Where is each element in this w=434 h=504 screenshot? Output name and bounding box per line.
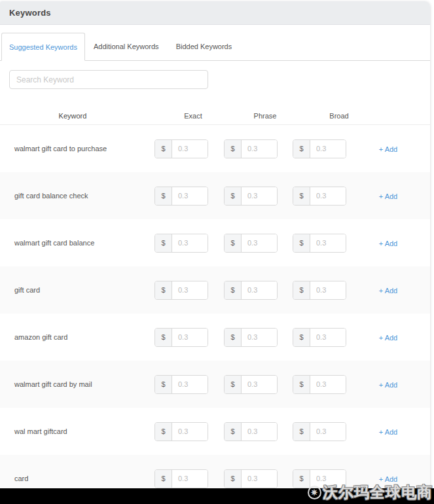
- phrase-bid-group: $: [224, 139, 278, 158]
- add-cell: + Add: [346, 237, 430, 249]
- keyword-table-body: walmart gift card to purchase $ $ $ + Ad…: [0, 125, 430, 502]
- phrase-bid-group: $: [224, 422, 278, 441]
- phrase-bid-group: $: [224, 234, 278, 253]
- broad-bid-input[interactable]: [310, 187, 346, 205]
- phrase-bid-group: $: [224, 469, 278, 488]
- add-cell: + Add: [346, 425, 430, 437]
- add-keyword-link[interactable]: + Add: [379, 381, 397, 389]
- broad-bid-group: $: [293, 281, 346, 300]
- dollar-prefix: $: [293, 376, 310, 393]
- column-header-exact: Exact: [160, 112, 220, 120]
- exact-bid-input[interactable]: [172, 187, 208, 205]
- add-keyword-link[interactable]: + Add: [379, 145, 397, 153]
- keyword-label: walmart gift card by mail: [14, 380, 154, 388]
- dollar-prefix: $: [155, 376, 172, 393]
- broad-bid-input[interactable]: [310, 234, 346, 252]
- add-cell: + Add: [346, 378, 430, 390]
- exact-bid-group: $: [154, 422, 208, 441]
- add-keyword-link[interactable]: + Add: [379, 240, 397, 247]
- tab-suggested-keywords[interactable]: Suggested Keywords: [1, 33, 85, 61]
- keyword-row: amazon gift card $ $ $ + Add: [0, 314, 430, 361]
- exact-bid-group: $: [154, 375, 208, 394]
- add-keyword-link[interactable]: + Add: [379, 334, 397, 342]
- dollar-prefix: $: [155, 423, 172, 441]
- keyword-label: walmart gift card to purchase: [14, 145, 154, 153]
- dollar-prefix: $: [155, 281, 172, 299]
- watermark-logo-icon: ✷: [308, 486, 321, 499]
- phrase-bid-input[interactable]: [242, 140, 277, 158]
- dollar-prefix: $: [225, 187, 242, 205]
- keyword-label: gift card balance check: [14, 192, 154, 200]
- table-header: Keyword Exact Phrase Broad: [0, 107, 430, 125]
- dollar-prefix: $: [225, 376, 242, 393]
- tab-additional-keywords[interactable]: Additional Keywords: [85, 33, 168, 60]
- keyword-row: walmart gift card balance $ $ $ + Add: [0, 219, 430, 266]
- exact-bid-group: $: [154, 469, 208, 488]
- exact-bid-group: $: [154, 139, 208, 158]
- column-header-broad: Broad: [306, 112, 366, 120]
- dollar-prefix: $: [155, 140, 172, 158]
- search-section: [0, 61, 430, 89]
- exact-bid-input[interactable]: [172, 281, 208, 299]
- dollar-prefix: $: [293, 329, 310, 346]
- broad-bid-input[interactable]: [310, 329, 346, 346]
- phrase-bid-input[interactable]: [242, 329, 277, 346]
- search-keyword-input[interactable]: [9, 70, 208, 89]
- dollar-prefix: $: [225, 423, 242, 441]
- broad-bid-input[interactable]: [310, 423, 346, 441]
- dollar-prefix: $: [225, 470, 242, 488]
- tab-bidded-keywords[interactable]: Bidded Keywords: [168, 33, 241, 60]
- dollar-prefix: $: [293, 140, 310, 158]
- phrase-bid-input[interactable]: [242, 187, 277, 205]
- phrase-bid-group: $: [224, 328, 278, 347]
- add-cell: + Add: [346, 331, 430, 343]
- exact-bid-group: $: [154, 187, 208, 206]
- exact-bid-group: $: [154, 328, 208, 347]
- exact-bid-input[interactable]: [172, 234, 208, 252]
- dollar-prefix: $: [225, 140, 242, 158]
- broad-bid-input[interactable]: [310, 376, 346, 393]
- exact-bid-group: $: [154, 281, 208, 300]
- phrase-bid-input[interactable]: [242, 423, 277, 441]
- keyword-row: gift card balance check $ $ $ + Add: [0, 172, 430, 219]
- add-keyword-link[interactable]: + Add: [379, 428, 397, 436]
- column-header-phrase: Phrase: [232, 112, 292, 120]
- keyword-row: walmart gift card to purchase $ $ $ + Ad…: [0, 125, 430, 172]
- phrase-bid-group: $: [224, 375, 278, 394]
- panel-title: Keywords: [9, 8, 51, 18]
- keyword-label: amazon gift card: [14, 333, 154, 341]
- exact-bid-input[interactable]: [172, 376, 208, 393]
- dollar-prefix: $: [225, 329, 242, 346]
- phrase-bid-group: $: [224, 187, 278, 206]
- keyword-label: wal mart giftcard: [14, 427, 154, 435]
- broad-bid-group: $: [293, 375, 346, 394]
- keyword-row: walmart gift card by mail $ $ $ + Add: [0, 361, 430, 408]
- add-keyword-link[interactable]: + Add: [379, 287, 397, 295]
- dollar-prefix: $: [293, 234, 310, 252]
- phrase-bid-group: $: [224, 281, 278, 300]
- dollar-prefix: $: [155, 470, 172, 488]
- add-keyword-link[interactable]: + Add: [379, 192, 397, 200]
- phrase-bid-input[interactable]: [242, 470, 277, 488]
- broad-bid-group: $: [293, 328, 346, 347]
- broad-bid-input[interactable]: [310, 140, 346, 158]
- tab-bar: Suggested Keywords Additional Keywords B…: [0, 33, 430, 61]
- phrase-bid-input[interactable]: [242, 234, 277, 252]
- phrase-bid-input[interactable]: [242, 281, 277, 299]
- broad-bid-group: $: [293, 422, 346, 441]
- exact-bid-input[interactable]: [172, 470, 208, 488]
- dollar-prefix: $: [225, 234, 242, 252]
- phrase-bid-input[interactable]: [242, 376, 277, 393]
- add-cell: + Add: [346, 190, 430, 202]
- dollar-prefix: $: [155, 187, 172, 205]
- exact-bid-input[interactable]: [172, 140, 208, 158]
- exact-bid-input[interactable]: [172, 423, 208, 441]
- exact-bid-input[interactable]: [172, 329, 208, 346]
- broad-bid-input[interactable]: [310, 281, 346, 299]
- broad-bid-group: $: [293, 234, 346, 253]
- keyword-label: card: [14, 475, 154, 482]
- dollar-prefix: $: [155, 329, 172, 346]
- broad-bid-group: $: [293, 139, 346, 158]
- watermark: ✷ 沃尔玛全球电商: [308, 482, 433, 503]
- dollar-prefix: $: [293, 187, 310, 205]
